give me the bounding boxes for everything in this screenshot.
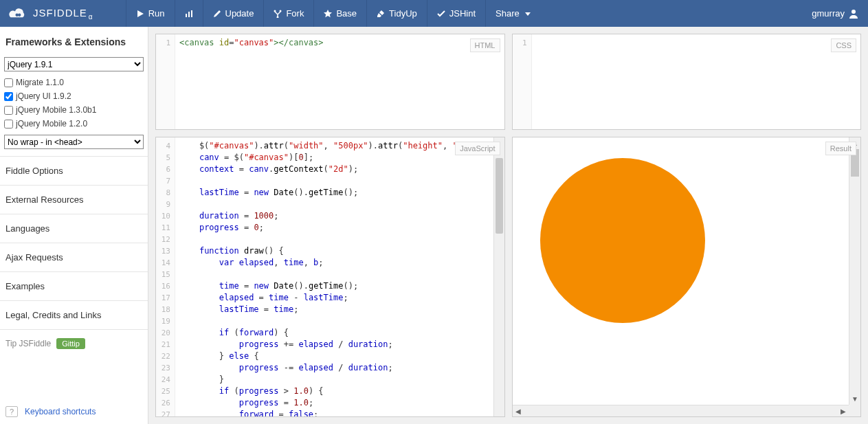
brand-name: JSFIDDLE [33,7,87,19]
tidy-label: TidyUp [389,8,417,19]
tip-label: Tip JSFiddle [5,339,51,348]
svg-rect-2 [191,10,192,17]
logo[interactable]: JSFIDDLEα [0,0,102,27]
framework-checkbox-2[interactable] [4,106,13,115]
framework-check-label: jQuery Mobile 1.3.0b1 [16,105,96,115]
framework-select[interactable]: jQuery 1.9.1 [4,57,144,71]
pencil-icon [213,10,221,18]
js-scrollbar[interactable] [493,137,504,416]
svg-rect-1 [188,12,190,17]
sidebar-link-fiddle-options[interactable]: Fiddle Options [0,157,148,186]
caret-down-icon [524,10,532,18]
check-icon [437,10,445,18]
top-toolbar: JSFIDDLEα Run Update Fork Base TidyUp JS [0,0,868,27]
base-button[interactable]: Base [313,0,366,27]
result-pane: Result ▲▼ ◀▶ [512,137,862,417]
framework-check-label: Migrate 1.1.0 [16,78,64,87]
base-label: Base [336,8,357,19]
share-button[interactable]: Share [485,0,542,27]
keyboard-shortcuts-link[interactable]: Keyboard shortcuts [25,407,96,416]
fork-label: Fork [286,8,304,19]
share-label: Share [496,8,520,19]
user-icon [849,9,858,19]
sidebar: Frameworks & Extensions jQuery 1.9.1 Mig… [0,27,148,424]
framework-checkbox-0[interactable] [4,78,13,87]
svg-point-5 [277,16,279,18]
bars-icon [185,10,193,18]
css-pane-label: CSS [831,38,856,52]
update-label: Update [225,8,254,19]
sidebar-link-legal-credits-and-links[interactable]: Legal, Credits and Links [0,301,148,330]
framework-check-2[interactable]: jQuery Mobile 1.3.0b1 [4,103,144,117]
css-pane[interactable]: CSS 1 [512,34,862,130]
svg-point-4 [280,10,282,12]
framework-check-0[interactable]: Migrate 1.1.0 [4,76,144,89]
framework-check-label: jQuery Mobile 1.2.0 [16,119,87,129]
result-pane-label: Result [825,142,856,155]
html-pane[interactable]: HTML 1 <canvas id="canvas"></canvas> [155,34,505,130]
js-code[interactable]: $("#canvas").attr("width", "500px").attr… [175,137,504,416]
framework-check-3[interactable]: jQuery Mobile 1.2.0 [4,117,144,131]
js-pane[interactable]: JavaScript 4 5 6 7 8 9 10 11 12 13 14 15… [155,137,505,417]
svg-point-6 [852,10,856,14]
result-hscroll[interactable]: ◀▶ [513,405,849,416]
sidebar-title: Frameworks & Extensions [0,27,148,54]
wrap-select[interactable]: No wrap - in <head> [4,135,144,149]
result-circle [540,158,705,323]
svg-rect-0 [186,14,187,17]
update-button[interactable]: Update [203,0,264,27]
sidebar-link-examples[interactable]: Examples [0,272,148,301]
sidebar-link-languages[interactable]: Languages [0,214,148,243]
html-code[interactable]: <canvas id="canvas"></canvas> [175,34,504,129]
star-icon [324,10,332,18]
result-vscroll[interactable]: ▲▼ [849,137,860,405]
help-icon[interactable]: ? [5,406,18,417]
jshint-button[interactable]: JSHint [427,0,485,27]
framework-checkbox-3[interactable] [4,120,13,129]
css-gutter: 1 [513,34,532,129]
framework-check-label: jQuery UI 1.9.2 [16,91,71,101]
js-pane-label: JavaScript [455,142,500,155]
editor-grid: HTML 1 <canvas id="canvas"></canvas> CSS… [148,27,868,424]
svg-point-3 [274,10,276,12]
stats-button[interactable] [175,0,203,27]
sidebar-link-ajax-requests[interactable]: Ajax Requests [0,243,148,272]
brand-alpha: α [89,13,93,21]
user-menu[interactable]: gmurray [802,0,868,27]
tidy-button[interactable]: TidyUp [366,0,427,27]
cloud-icon [8,6,27,21]
css-code[interactable] [532,34,861,129]
fork-icon [274,10,282,18]
sidebar-link-external-resources[interactable]: External Resources [0,186,148,214]
run-button[interactable]: Run [126,0,175,27]
html-gutter: 1 [156,34,175,129]
fork-button[interactable]: Fork [263,0,313,27]
run-label: Run [148,8,165,19]
jshint-label: JSHint [449,8,476,19]
user-name: gmurray [812,8,845,19]
html-pane-label: HTML [470,38,500,52]
gittip-button[interactable]: Gittip [56,338,85,349]
play-icon [136,10,144,18]
js-gutter: 4 5 6 7 8 9 10 11 12 13 14 15 16 17 18 1… [156,137,175,416]
framework-checkbox-1[interactable] [4,92,13,101]
broom-icon [377,10,385,18]
framework-check-1[interactable]: jQuery UI 1.9.2 [4,89,144,103]
